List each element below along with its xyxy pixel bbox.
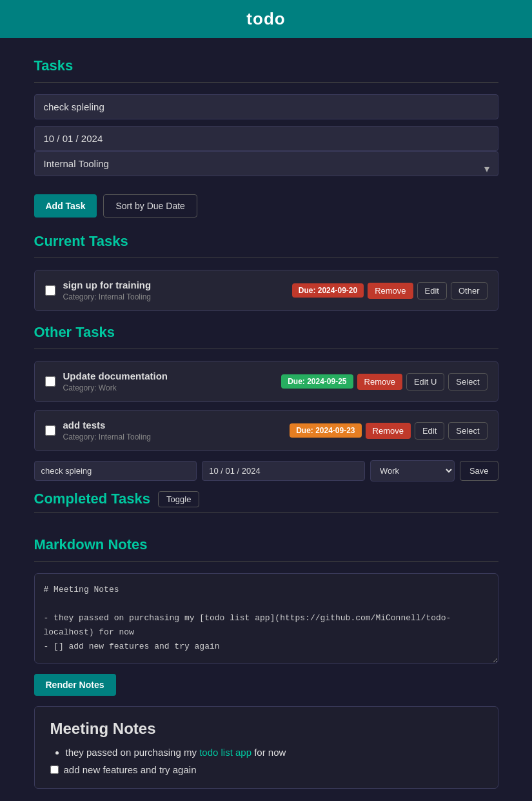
task-text-input[interactable] [34,94,498,119]
current-tasks-divider [34,258,498,258]
task-1-title: sign up for training [63,279,284,290]
task-2-checkbox[interactable] [45,376,55,387]
app-header: todo [0,0,532,38]
markdown-notes-title: Markdown Notes [34,536,498,553]
category-select[interactable]: Internal Tooling Work Other [34,151,498,176]
other-tasks-divider [34,349,498,349]
task-3-actions: Due: 2024-09-23 Remove Edit Select [290,422,487,440]
task-2-remove-button[interactable]: Remove [357,374,402,390]
task-3-category: Category: Internal Tooling [63,432,282,441]
todo-list-app-link[interactable]: todo list app [199,747,251,758]
rendered-notes-panel: Meeting Notes they passed on purchasing … [34,706,498,789]
table-row: Update documentation Category: Work Due:… [34,361,498,402]
other-tasks-section: Other Tasks Update documentation Categor… [34,324,498,482]
list-item: they passed on purchasing my todo list a… [66,747,482,758]
task-3-select-button[interactable]: Select [448,422,487,440]
list-item-text-after: for now [251,747,286,758]
table-row: sign up for training Category: Internal … [34,270,498,311]
task-buttons-row: Add Task Sort by Due Date [34,194,498,218]
task-1-other-button[interactable]: Other [451,282,488,299]
task-1-category: Category: Internal Tooling [63,292,284,301]
current-tasks-title: Current Tasks [34,233,498,250]
add-task-button[interactable]: Add Task [34,194,97,218]
completed-tasks-section: Completed Tasks Toggle [34,491,498,513]
task-3-edit-button[interactable]: Edit [415,422,444,440]
task-2-category: Category: Work [63,383,274,392]
other-tasks-title: Other Tasks [34,324,498,341]
save-edit-button[interactable]: Save [460,461,498,481]
task-3-checkbox[interactable] [45,425,55,436]
completed-tasks-divider [34,512,498,513]
markdown-notes-divider [34,561,498,562]
task-2-due-badge: Due: 2024-09-25 [281,374,353,389]
rendered-list: they passed on purchasing my todo list a… [50,747,482,758]
tasks-title: Tasks [34,57,498,74]
rendered-heading: Meeting Notes [50,720,482,738]
task-1-info: sign up for training Category: Internal … [63,279,284,301]
rendered-checkbox[interactable] [50,766,59,774]
edit-task-category-select[interactable]: Work Internal Tooling Other [370,460,455,482]
task-3-remove-button[interactable]: Remove [366,423,411,439]
task-2-select-button[interactable]: Select [448,373,487,390]
task-1-due-badge: Due: 2024-09-20 [292,283,364,298]
current-tasks-section: Current Tasks sign up for training Categ… [34,233,498,311]
tasks-divider [34,82,498,83]
completed-tasks-title: Completed Tasks [34,491,151,507]
task-2-actions: Due: 2024-09-25 Remove Edit U Select [281,373,487,390]
edit-task-row: Work Internal Tooling Other Save [34,460,498,482]
markdown-notes-section: Markdown Notes # Meeting Notes - they pa… [34,536,498,789]
task-2-edit-button[interactable]: Edit U [406,373,444,390]
rendered-checkbox-item: add new features and try again [50,764,482,775]
category-select-wrapper: Internal Tooling Work Other [34,151,498,185]
list-item-text-before: they passed on purchasing my [66,747,200,758]
sort-by-due-date-button[interactable]: Sort by Due Date [103,194,197,218]
completed-tasks-header: Completed Tasks Toggle [34,491,498,507]
rendered-checkbox-label: add new features and try again [64,764,197,775]
app-title: todo [9,9,523,29]
completed-tasks-toggle-button[interactable]: Toggle [158,491,199,507]
task-3-title: add tests [63,420,282,431]
task-date-input[interactable] [34,126,498,151]
edit-task-text-input[interactable] [34,461,197,481]
task-1-checkbox[interactable] [45,285,55,296]
task-1-actions: Due: 2024-09-20 Remove Edit Other [292,282,488,299]
edit-task-date-input[interactable] [202,461,365,481]
task-3-due-badge: Due: 2024-09-23 [290,423,361,438]
tasks-section: Tasks Internal Tooling Work Other Add Ta… [34,57,498,218]
render-notes-button[interactable]: Render Notes [34,674,116,696]
task-2-info: Update documentation Category: Work [63,370,274,392]
table-row: add tests Category: Internal Tooling Due… [34,410,498,451]
markdown-textarea[interactable]: # Meeting Notes - they passed on purchas… [34,573,498,664]
task-2-title: Update documentation [63,370,274,381]
task-3-info: add tests Category: Internal Tooling [63,420,282,441]
task-1-edit-button[interactable]: Edit [417,282,447,299]
task-1-remove-button[interactable]: Remove [368,283,413,299]
